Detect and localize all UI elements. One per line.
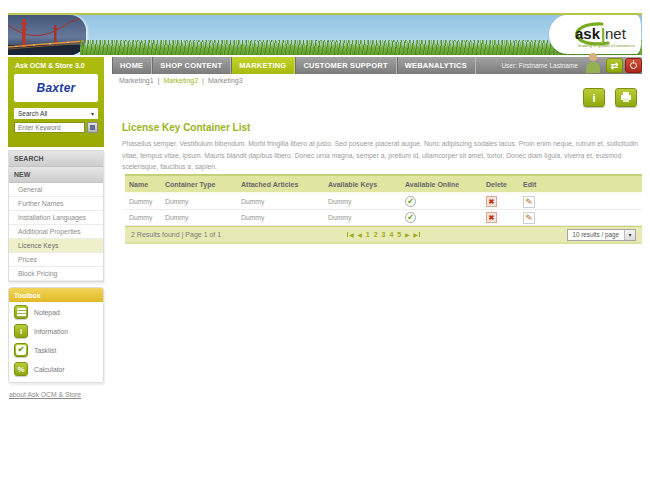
- column-header-container-type: Container Type: [165, 181, 241, 188]
- delete-icon[interactable]: ✖: [486, 212, 497, 223]
- column-header-edit: Edit: [523, 181, 642, 188]
- subnav-marketing1[interactable]: Marketing1: [119, 77, 154, 84]
- bridge-photo: [8, 15, 86, 55]
- subnav-marketing3[interactable]: Marketing3: [208, 77, 243, 84]
- cell-attached-articles: Dummy: [241, 198, 328, 205]
- column-header-available-keys: Available Keys: [328, 181, 405, 188]
- pagination-next-icon[interactable]: ▶: [405, 232, 409, 238]
- pagination-page-5[interactable]: 5: [397, 231, 401, 238]
- cell-available-keys: Dummy: [328, 198, 405, 205]
- toolbox-item-notepad[interactable]: Notepad: [9, 302, 103, 321]
- intro-paragraph: Phasellus semper. Vestibulum bibendum. M…: [122, 138, 640, 173]
- brand-logo-box: Baxter: [14, 74, 98, 102]
- calculator-icon: %: [14, 362, 28, 376]
- info-icon: i: [592, 92, 595, 104]
- pagination-first-icon[interactable]: ◀: [347, 232, 354, 238]
- column-header-name: Name: [125, 181, 165, 188]
- sidebar-section-search[interactable]: SEARCH: [9, 151, 103, 167]
- sidebar-item-general[interactable]: General: [9, 183, 103, 197]
- avatar-body: [586, 62, 600, 73]
- nav-item-webanalytics[interactable]: WEBANALYTICS: [397, 57, 476, 74]
- search-scope-select[interactable]: Search All ▾: [14, 108, 98, 119]
- toolbox-item-calculator[interactable]: % Calculator: [9, 359, 103, 378]
- cell-available-keys: Dummy: [328, 214, 405, 221]
- search-go-icon: [90, 125, 95, 130]
- switch-user-button[interactable]: ⇄: [606, 58, 623, 73]
- table-row: Dummy Dummy Dummy Dummy ✔ ✖ ✎: [125, 210, 642, 226]
- available-online-check-icon: ✔: [405, 212, 416, 223]
- print-button[interactable]: [615, 88, 637, 107]
- header-banner: ask | net leading in global eCommerce: [8, 13, 642, 55]
- pagination-prev-icon[interactable]: ◀: [358, 232, 362, 238]
- cell-container-type: Dummy: [165, 214, 241, 221]
- logo-net-text: net: [605, 25, 627, 42]
- logo-ask-text: ask: [575, 25, 601, 42]
- sidebar-item-licence-keys[interactable]: Licence Keys: [9, 239, 103, 253]
- sidebar-section-new[interactable]: NEW: [9, 167, 103, 183]
- page: ask | net leading in global eCommerce HO…: [0, 0, 650, 490]
- cell-name: Dummy: [125, 214, 165, 221]
- keyword-input[interactable]: [14, 122, 85, 133]
- keyword-search-button[interactable]: [87, 122, 98, 133]
- sidebar-item-prices[interactable]: Prices: [9, 253, 103, 267]
- nav-item-shop-content[interactable]: SHOP CONTENT: [152, 57, 231, 74]
- toolbox-item-information[interactable]: i Information: [9, 321, 103, 340]
- sidebar-item-installation-languages[interactable]: Installation Languages: [9, 211, 103, 225]
- toolbox-item-tasklist[interactable]: ✔ Tasklist: [9, 340, 103, 359]
- subnav-marketing2[interactable]: Marketing2: [163, 77, 198, 84]
- sidebar-item-further-names[interactable]: Further Names: [9, 197, 103, 211]
- nav-item-home[interactable]: HOME: [112, 57, 152, 74]
- swap-arrows-icon: ⇄: [611, 61, 619, 71]
- table-header-row: Name Container Type Attached Articles Av…: [125, 174, 642, 194]
- results-count: 2 Results found | Page 1 of 1: [131, 231, 221, 238]
- search-scope-value: Search All: [18, 110, 47, 117]
- avatar-head: [589, 53, 597, 61]
- nav-item-customer-support[interactable]: CUSTOMER SUPPORT: [295, 57, 396, 74]
- chevron-down-icon: ▾: [91, 110, 94, 117]
- sidebar-item-additional-properties[interactable]: Additional Properties: [9, 225, 103, 239]
- printer-icon: [620, 92, 632, 103]
- pagination-page-3[interactable]: 3: [382, 231, 386, 238]
- power-icon: [630, 62, 637, 69]
- available-online-check-icon: ✔: [405, 196, 416, 207]
- pagination-page-1[interactable]: 1: [366, 231, 370, 238]
- table-footer: 2 Results found | Page 1 of 1 ◀ ◀ 1 2 3 …: [125, 226, 642, 244]
- tool-label: Tasklist: [34, 347, 56, 354]
- top-navbar: HOME SHOP CONTENT MARKETING CUSTOMER SUP…: [112, 57, 642, 74]
- license-key-table: Name Container Type Attached Articles Av…: [125, 174, 642, 244]
- user-label: User: Firstname Lastname: [501, 57, 578, 74]
- asknet-logo: ask | net leading in global eCommerce: [549, 15, 641, 54]
- delete-icon[interactable]: ✖: [486, 196, 497, 207]
- edit-pencil-icon[interactable]: ✎: [523, 212, 535, 224]
- cell-name: Dummy: [125, 198, 165, 205]
- tool-label: Information: [34, 328, 68, 335]
- subnav: Marketing1 | Marketing2 | Marketing3: [119, 77, 243, 84]
- about-link[interactable]: about Ask OCM & Store: [9, 391, 81, 398]
- results-per-page-value: 10 results / page: [572, 231, 619, 238]
- toolbox-panel: Toolbox Notepad i Information ✔ Tasklist…: [8, 287, 104, 383]
- brand-logo: Baxter: [36, 81, 75, 95]
- sidebar-item-block-pricing[interactable]: Block Pricing: [9, 267, 103, 281]
- logo-tagline: leading in global eCommerce: [578, 43, 635, 48]
- pagination-page-2[interactable]: 2: [374, 231, 378, 238]
- information-icon: i: [14, 324, 28, 338]
- column-header-delete: Delete: [486, 181, 523, 188]
- quick-actions: i: [583, 88, 637, 107]
- pagination-last-icon[interactable]: ▶: [414, 232, 421, 238]
- table-row: Dummy Dummy Dummy Dummy ✔ ✖ ✎: [125, 194, 642, 210]
- nav-item-marketing[interactable]: MARKETING: [231, 57, 295, 74]
- tool-label: Calculator: [34, 366, 65, 373]
- edit-pencil-icon[interactable]: ✎: [523, 196, 535, 208]
- app-title: Ask OCM & Store 3.0: [15, 62, 98, 69]
- column-header-available-online: Available Online: [405, 181, 486, 188]
- page-title: License Key Container List: [122, 122, 250, 133]
- subnav-separator: |: [158, 77, 160, 84]
- subnav-separator: |: [202, 77, 204, 84]
- cell-container-type: Dummy: [165, 198, 241, 205]
- logout-button[interactable]: [625, 58, 642, 73]
- pagination-page-4[interactable]: 4: [389, 231, 393, 238]
- help-button[interactable]: i: [583, 88, 605, 107]
- notepad-icon: [14, 305, 28, 319]
- sidebar-menu: SEARCH NEW General Further Names Install…: [8, 150, 104, 282]
- results-per-page-select[interactable]: 10 results / page ▾: [567, 229, 636, 241]
